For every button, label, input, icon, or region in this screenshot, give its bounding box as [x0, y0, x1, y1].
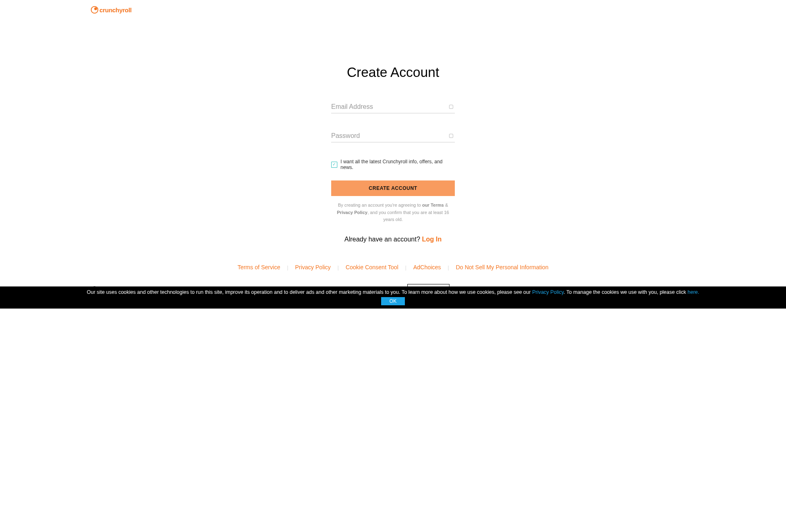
footer-links: Terms of Service | Privacy Policy | Cook…	[0, 264, 786, 271]
email-input[interactable]	[331, 101, 455, 113]
cookie-banner: Our site uses cookies and other technolo…	[0, 286, 786, 309]
footer-link-cookie[interactable]: Cookie Consent Tool	[346, 264, 398, 271]
newsletter-checkbox-row: ✓ I want all the latest Crunchyroll info…	[331, 159, 455, 170]
password-field-wrap: ··	[331, 130, 455, 142]
terms-link[interactable]: our Terms	[422, 203, 444, 207]
newsletter-checkbox[interactable]: ✓	[331, 162, 337, 168]
create-account-button[interactable]: CREATE ACCOUNT	[331, 180, 455, 196]
autofill-icon: ··	[449, 105, 453, 109]
email-field-wrap: ··	[331, 101, 455, 113]
header: crunchyroll	[0, 0, 786, 14]
brand-logo[interactable]: crunchyroll	[91, 6, 786, 14]
cookie-ok-button[interactable]: OK	[381, 297, 404, 305]
svg-point-0	[91, 7, 98, 14]
cookie-privacy-link[interactable]: Privacy Policy	[532, 289, 564, 295]
cookie-here-link[interactable]: here.	[687, 289, 699, 295]
footer-link-terms[interactable]: Terms of Service	[237, 264, 280, 271]
svg-point-1	[94, 7, 97, 10]
login-prompt: Already have an account? Log In	[331, 236, 455, 243]
footer-link-adchoices[interactable]: AdChoices	[413, 264, 441, 271]
main-content: Create Account ·· ·· ✓ I want all the la…	[269, 65, 517, 243]
checkmark-icon: ✓	[332, 162, 336, 167]
login-link[interactable]: Log In	[422, 236, 442, 243]
signup-form: ·· ·· ✓ I want all the latest Crunchyrol…	[331, 101, 455, 243]
page-title: Create Account	[269, 65, 517, 80]
brand-name: crunchyroll	[99, 7, 131, 14]
privacy-link[interactable]: Privacy Policy	[337, 210, 368, 215]
password-input[interactable]	[331, 130, 455, 142]
crunchyroll-logo-icon	[91, 6, 98, 14]
newsletter-label: I want all the latest Crunchyroll info, …	[341, 159, 455, 170]
footer-link-donotsell[interactable]: Do Not Sell My Personal Information	[456, 264, 548, 271]
autofill-icon: ··	[449, 134, 453, 138]
footer-link-privacy[interactable]: Privacy Policy	[295, 264, 331, 271]
terms-disclaimer: By creating an account you're agreeing t…	[331, 202, 455, 223]
